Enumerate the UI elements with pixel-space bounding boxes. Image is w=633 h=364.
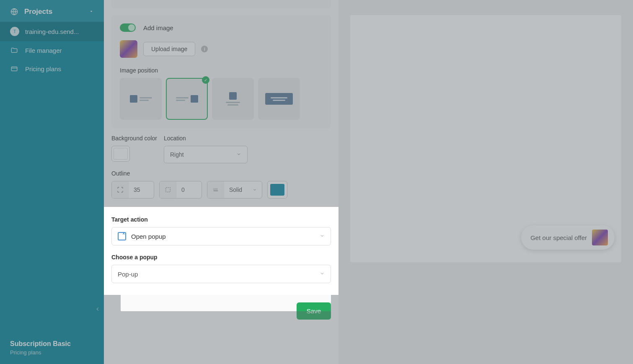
card-icon	[10, 65, 18, 73]
collapse-sidebar-button[interactable]	[95, 306, 101, 314]
plan-name: Subscription Basic	[10, 340, 94, 348]
location-value: Right	[170, 151, 184, 158]
main: Add image Upload image i Image position	[104, 0, 633, 364]
position-option-background[interactable]	[258, 78, 300, 120]
outline-color-picker[interactable]	[267, 181, 287, 199]
popup-icon	[118, 232, 126, 240]
sidebar-projects[interactable]: Projects	[0, 0, 104, 22]
target-action-label: Target action	[111, 216, 331, 223]
file-manager-label: File manager	[25, 47, 62, 54]
position-label: Image position	[120, 67, 323, 74]
border-width-input[interactable]: 0	[159, 181, 202, 199]
target-action-value: Open popup	[131, 233, 166, 240]
outline-label: Outline	[111, 170, 331, 177]
sidebar-account-item[interactable]: T training-edu.send...	[0, 22, 104, 41]
style-value: Solid	[229, 186, 242, 193]
position-option-left[interactable]	[120, 78, 162, 120]
pricing-label: Pricing plans	[25, 65, 61, 72]
projects-label: Projects	[24, 8, 52, 16]
plan-link: Pricing plans	[10, 349, 94, 356]
preview-column: Get our special offer	[338, 0, 633, 364]
editor-column: Add image Upload image i Image position	[104, 0, 338, 364]
globe-icon	[10, 8, 18, 16]
preview-canvas: Get our special offer	[350, 15, 621, 262]
border-style-select[interactable]: Solid	[207, 181, 262, 199]
outline-color-swatch	[270, 184, 284, 196]
check-icon: ✓	[202, 76, 209, 84]
target-action-select[interactable]: Open popup	[111, 227, 331, 245]
svg-rect-2	[165, 188, 170, 192]
upload-image-button[interactable]: Upload image	[143, 42, 195, 56]
save-button[interactable]: Save	[297, 302, 331, 320]
choose-popup-value: Pop-up	[118, 271, 138, 278]
border-style-icon	[207, 181, 224, 198]
float-text: Get our special offer	[530, 234, 587, 241]
sidebar-plan[interactable]: Subscription Basic Pricing plans	[0, 333, 104, 364]
chevron-down-icon	[236, 151, 241, 158]
image-panel: Add image Upload image i Image position	[111, 15, 331, 128]
add-image-toggle[interactable]	[120, 23, 136, 32]
radius-value: 35	[129, 181, 154, 198]
chevron-down-icon	[89, 8, 94, 16]
radius-icon	[112, 181, 129, 198]
border-width-icon	[160, 181, 176, 198]
image-thumbnail[interactable]	[120, 40, 137, 58]
position-option-right[interactable]: ✓	[166, 78, 208, 120]
chevron-down-icon	[253, 186, 257, 193]
account-label: training-edu.send...	[25, 28, 79, 35]
svg-rect-1	[11, 67, 17, 71]
folder-icon	[10, 46, 18, 54]
target-action-section: Target action Open popup Choose a popup …	[104, 207, 338, 295]
border-radius-input[interactable]: 35	[111, 181, 154, 199]
sidebar: Projects T training-edu.send... File man…	[0, 0, 104, 364]
chevron-down-icon	[320, 232, 325, 240]
position-option-center[interactable]	[212, 78, 254, 120]
add-image-label: Add image	[143, 24, 173, 31]
info-icon[interactable]: i	[201, 46, 208, 52]
bg-color-picker[interactable]	[111, 146, 130, 162]
avatar: T	[10, 27, 19, 36]
chevron-down-icon	[320, 270, 325, 278]
location-select[interactable]: Right	[164, 146, 248, 163]
sidebar-item-pricing[interactable]: Pricing plans	[0, 59, 104, 78]
sidebar-item-file-manager[interactable]: File manager	[0, 41, 104, 59]
gift-icon	[592, 230, 608, 245]
floating-offer-button[interactable]: Get our special offer	[521, 225, 615, 250]
width-value: 0	[176, 181, 202, 198]
choose-popup-label: Choose a popup	[111, 254, 331, 261]
bg-color-label: Background color	[111, 135, 157, 142]
location-label: Location	[164, 135, 331, 142]
choose-popup-select[interactable]: Pop-up	[111, 265, 331, 283]
